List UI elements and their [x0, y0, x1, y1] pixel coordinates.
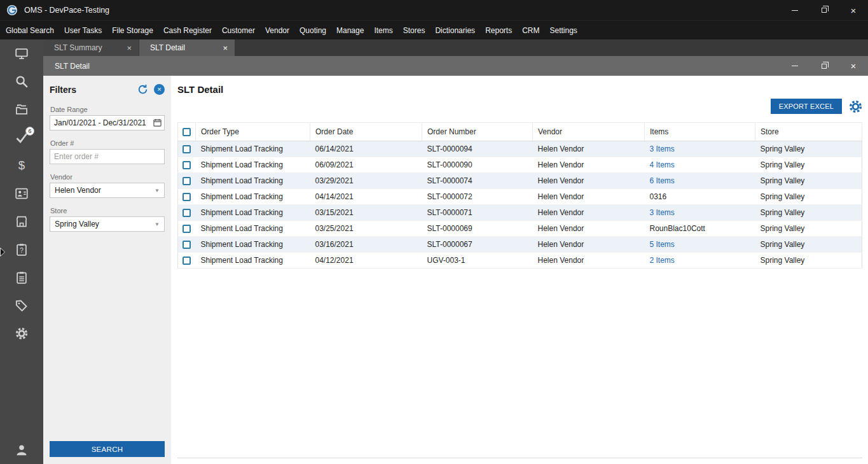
table-row[interactable]: Shipment Load Tracking 03/16/2021 SLT-00…: [178, 237, 862, 253]
table-row[interactable]: Shipment Load Tracking 04/12/2021 UGV-00…: [178, 253, 862, 269]
app-logo-icon: [6, 4, 18, 16]
tab-close-icon[interactable]: ×: [125, 43, 133, 53]
items-link[interactable]: 6 Items: [650, 176, 675, 185]
menu-item[interactable]: Global Search: [1, 21, 59, 39]
tasks-clipboard-icon[interactable]: [15, 271, 29, 284]
column-header[interactable]: Order Number: [422, 123, 533, 141]
table-row[interactable]: Shipment Load Tracking 03/15/2021 SLT-00…: [178, 205, 862, 221]
menu-item[interactable]: Manage: [331, 21, 369, 39]
table-row[interactable]: Shipment Load Tracking 06/09/2021 SLT-00…: [178, 157, 862, 173]
table-row[interactable]: Shipment Load Tracking 04/14/2021 SLT-00…: [178, 189, 862, 205]
table-row[interactable]: Shipment Load Tracking 03/25/2021 SLT-00…: [178, 221, 862, 237]
menu-item[interactable]: Items: [369, 21, 397, 39]
cell-items: 0316: [645, 189, 755, 205]
dashboard-icon[interactable]: [15, 46, 29, 60]
items-link[interactable]: 5 Items: [650, 240, 675, 249]
header-cell-checkbox: [178, 123, 196, 141]
inner-window-controls: ×: [780, 56, 868, 76]
order-number-input[interactable]: [50, 149, 165, 164]
row-checkbox[interactable]: [183, 177, 191, 185]
items-link: 0316: [650, 192, 667, 201]
cell-store: Spring Valley: [755, 253, 862, 269]
grid-settings-gear-icon[interactable]: [849, 100, 862, 113]
items-link[interactable]: 3 Items: [650, 144, 675, 153]
clear-filters-icon[interactable]: ×: [154, 84, 165, 95]
row-checkbox[interactable]: [183, 257, 191, 265]
items-link[interactable]: 3 Items: [650, 208, 675, 217]
folders-icon[interactable]: [15, 102, 29, 116]
menu-item[interactable]: Customer: [217, 21, 260, 39]
dropdown-arrow-icon: ▼: [155, 221, 160, 227]
user-icon[interactable]: [15, 443, 29, 456]
row-checkbox[interactable]: [183, 241, 191, 249]
row-checkbox[interactable]: [183, 209, 191, 217]
cell-vendor: Helen Vendor: [533, 189, 645, 205]
cell-items: RounBlac10Cott: [645, 221, 755, 237]
vendor-select[interactable]: Helen Vendor ▼: [50, 183, 165, 198]
table-row[interactable]: Shipment Load Tracking 03/29/2021 SLT-00…: [178, 173, 862, 189]
calendar-icon[interactable]: [153, 118, 162, 127]
menu-item[interactable]: User Tasks: [59, 21, 107, 39]
help-clipboard-icon[interactable]: [15, 243, 29, 256]
cell-items: 6 Items: [645, 173, 755, 189]
items-link[interactable]: 2 Items: [650, 256, 675, 265]
menu-item[interactable]: File Storage: [107, 21, 158, 39]
column-header[interactable]: Store: [755, 123, 862, 141]
stores-icon[interactable]: [15, 214, 29, 228]
horizontal-scrollbar[interactable]: [177, 458, 862, 464]
menu-item[interactable]: Dictionaries: [430, 21, 480, 39]
tags-icon[interactable]: [15, 299, 29, 312]
row-checkbox[interactable]: [183, 225, 191, 233]
store-select[interactable]: Spring Valley ▼: [50, 216, 165, 232]
menu-item[interactable]: Quoting: [294, 21, 331, 39]
column-header[interactable]: Vendor: [533, 123, 645, 141]
flyout-expand-icon[interactable]: [0, 247, 6, 257]
tasks-check-icon[interactable]: 6: [15, 130, 29, 144]
main-panel: SLT Detail EXPORT EXCEL: [171, 76, 868, 464]
column-header[interactable]: Order Date: [310, 123, 422, 141]
cell-vendor: Helen Vendor: [533, 221, 645, 237]
tab[interactable]: SLT Summary ×: [43, 39, 139, 56]
settings-gear-icon[interactable]: [15, 327, 29, 340]
inner-restore-icon[interactable]: [809, 56, 839, 76]
tab-label: SLT Summary: [54, 43, 125, 52]
cell-store: Spring Valley: [755, 221, 862, 237]
items-link: RounBlac10Cott: [650, 224, 705, 233]
row-checkbox[interactable]: [183, 161, 191, 169]
menu-item[interactable]: Stores: [398, 21, 431, 39]
menu-item[interactable]: Vendor: [260, 21, 294, 39]
table-row[interactable]: Shipment Load Tracking 06/14/2021 SLT-00…: [178, 141, 862, 157]
tab-close-icon[interactable]: ×: [221, 43, 229, 53]
menu-item[interactable]: Cash Register: [158, 21, 217, 39]
date-range-input[interactable]: [50, 115, 165, 130]
cell-store: Spring Valley: [755, 237, 862, 253]
cell-order-type: Shipment Load Tracking: [196, 157, 310, 173]
inner-minimize-icon[interactable]: [780, 56, 809, 76]
items-link[interactable]: 4 Items: [650, 160, 675, 169]
restore-icon[interactable]: [809, 0, 839, 20]
menu-item[interactable]: CRM: [517, 21, 544, 39]
search-icon[interactable]: [15, 74, 29, 88]
menu-item[interactable]: Settings: [544, 21, 582, 39]
cell-order-type: Shipment Load Tracking: [196, 205, 310, 221]
export-excel-button[interactable]: EXPORT EXCEL: [771, 99, 842, 114]
row-checkbox[interactable]: [183, 193, 191, 201]
contacts-icon[interactable]: [15, 186, 29, 200]
search-button[interactable]: SEARCH: [50, 441, 165, 457]
close-icon[interactable]: ×: [839, 0, 868, 20]
column-header[interactable]: Items: [645, 123, 755, 141]
cell-items: 4 Items: [645, 157, 755, 173]
inner-window-title: SLT Detail: [55, 62, 90, 71]
refresh-icon[interactable]: [137, 84, 148, 95]
header-row: Order TypeOrder DateOrder NumberVendorIt…: [178, 123, 862, 141]
row-checkbox[interactable]: [183, 145, 191, 153]
tab[interactable]: SLT Detail ×: [139, 39, 235, 56]
vendor-label: Vendor: [50, 173, 164, 181]
column-header[interactable]: Order Type: [196, 123, 310, 141]
select-all-checkbox[interactable]: [183, 128, 191, 136]
inner-close-icon[interactable]: ×: [839, 56, 868, 76]
minimize-icon[interactable]: [780, 0, 809, 20]
menu-item[interactable]: Reports: [480, 21, 517, 39]
currency-icon[interactable]: [15, 158, 29, 172]
cell-items: 5 Items: [645, 237, 755, 253]
